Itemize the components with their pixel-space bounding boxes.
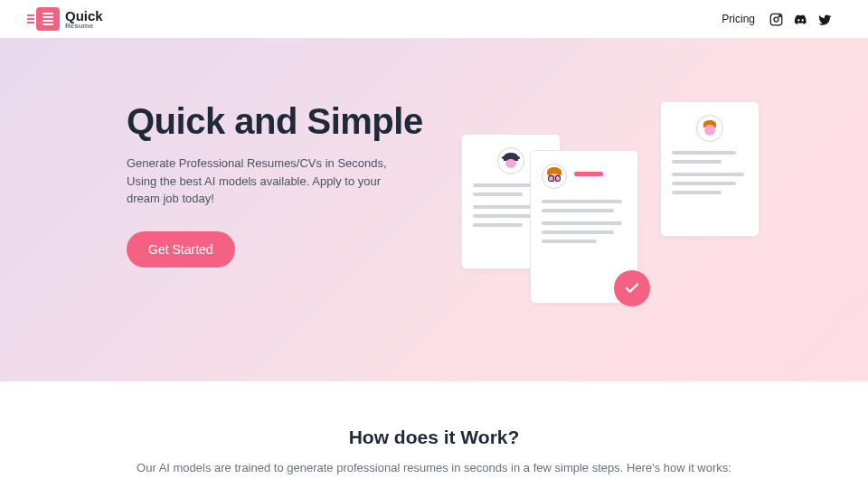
svg-point-2 [778, 14, 780, 16]
brand-logo-icon [36, 7, 60, 31]
hero-title: Quick and Simple [127, 101, 423, 142]
brand-title: Quick [65, 9, 103, 23]
brand-logo-text: Quick Resume [65, 9, 103, 30]
discord-icon[interactable] [794, 13, 807, 26]
svg-point-1 [774, 17, 778, 22]
avatar-icon [497, 147, 524, 174]
avatar-icon [696, 115, 723, 142]
how-it-works-section: How does it Work? Our AI models are trai… [0, 381, 868, 488]
header-nav: Pricing [722, 13, 832, 26]
resume-card-right [660, 101, 760, 237]
avatar-icon [542, 164, 567, 189]
hero-description: Generate Professional Resumes/CVs in Sec… [127, 155, 416, 208]
site-header: Quick Resume Pricing [0, 0, 868, 38]
pricing-link[interactable]: Pricing [722, 13, 755, 25]
how-it-works-title: How does it Work? [72, 427, 796, 448]
social-icons [769, 13, 832, 26]
brand-subtitle: Resume [65, 23, 103, 30]
twitter-icon[interactable] [818, 13, 832, 26]
hero-content: Quick and Simple Generate Professional R… [127, 101, 423, 267]
hero-section: Quick and Simple Generate Professional R… [0, 38, 868, 381]
how-it-works-description: Our AI models are trained to generate pr… [72, 461, 796, 474]
brand-logo[interactable]: Quick Resume [36, 7, 103, 31]
get-started-button[interactable]: Get Started [127, 231, 235, 267]
checkmark-icon [614, 270, 650, 306]
instagram-icon[interactable] [769, 13, 783, 26]
hero-illustration [470, 101, 760, 309]
resume-card-front [530, 150, 638, 304]
